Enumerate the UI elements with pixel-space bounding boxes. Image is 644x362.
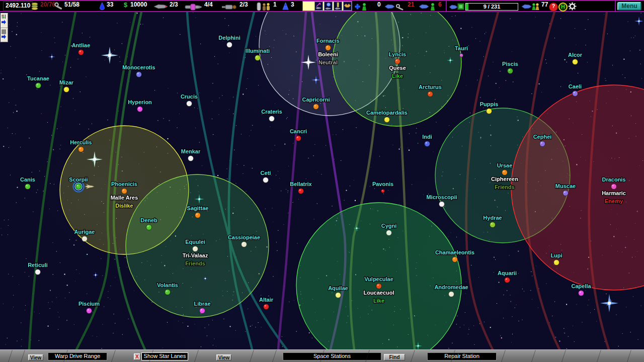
bright-star [634, 17, 643, 26]
transport-icon [184, 3, 202, 11]
system-label: Pavonis [372, 181, 393, 187]
hint-button[interactable]: H [558, 3, 568, 12]
system-label: Caeli [569, 83, 582, 89]
star-shine [440, 202, 442, 204]
star [452, 257, 458, 262]
system-crateris[interactable]: Crateris [261, 109, 282, 122]
system-label: Cygni [381, 223, 397, 229]
star [195, 213, 201, 218]
system-label: Tucanae [27, 75, 49, 81]
menu-button[interactable]: Menu [617, 2, 641, 11]
system-label: Delphini [218, 35, 240, 41]
star [193, 246, 198, 252]
system-label: Altair [259, 297, 274, 303]
system-cancri[interactable]: Cancri [290, 128, 307, 141]
star [87, 308, 92, 314]
system-piscis[interactable]: Piscis [502, 61, 518, 74]
system-label: Cephei [533, 134, 552, 140]
system-bellatrix[interactable]: Bellatrix [290, 181, 312, 194]
attitude-label: Friends [495, 184, 515, 190]
system-label: Equulei [185, 239, 205, 245]
star [64, 87, 69, 93]
star-shine [137, 72, 139, 74]
star [298, 189, 304, 194]
stations-view-button[interactable]: View [216, 354, 231, 360]
star-shine [555, 260, 556, 262]
scouts-value: 2/3 [239, 1, 248, 11]
system-label: Deneb [140, 217, 157, 223]
system-canis[interactable]: Canis [20, 176, 35, 190]
system-tucanae[interactable]: Tucanae [27, 75, 49, 88]
system-hyperion[interactable]: Hyperion [128, 99, 152, 112]
scout-icon [221, 3, 237, 11]
star-shine [138, 107, 140, 109]
star-shine [382, 190, 383, 191]
system-label: Capella [571, 283, 591, 289]
star [540, 141, 545, 147]
system-alcor[interactable]: Alcor [568, 52, 583, 65]
star [425, 141, 430, 147]
star-shine [77, 185, 78, 186]
star [395, 59, 400, 64]
star-shine [256, 56, 258, 57]
research-value: 3 [291, 1, 294, 11]
system-antliae[interactable]: Antliae [72, 42, 91, 55]
research-icon [282, 2, 289, 11]
money-icon: $ [124, 1, 127, 11]
system-menkar[interactable]: Menkar [181, 148, 201, 161]
build-order-button[interactable] [334, 2, 342, 11]
help-button[interactable]: ? [549, 3, 558, 12]
repair-station-label: Repair Station [427, 352, 497, 360]
star [573, 91, 578, 97]
system-indi[interactable]: Indi [422, 134, 432, 147]
system-equulei[interactable]: EquuleiTri-ValaazFriends [183, 239, 208, 266]
show-star-lanes-checkbox[interactable]: X [134, 353, 140, 360]
star-shine [564, 191, 566, 193]
colonists-value: 1 [273, 1, 277, 11]
warp-view-button[interactable]: View [28, 354, 43, 360]
system-label: Camelopardalis [366, 110, 408, 116]
system-draconis[interactable]: DraconisHarmaricEnemy [602, 176, 626, 204]
system-ceti[interactable]: Ceti [261, 170, 271, 183]
galaxy-map[interactable]: AntliaeTucanaeMizarMonocerotisHyperionDe… [0, 0, 644, 362]
crew-value: 77 [541, 1, 548, 11]
star-shine [201, 309, 202, 310]
map-grid-button[interactable] [1, 28, 8, 42]
bright-star [48, 53, 55, 60]
colonize-order-button[interactable] [324, 2, 333, 11]
system-altair[interactable]: Altair [259, 297, 274, 310]
star [376, 284, 382, 289]
recruit-icon [355, 2, 368, 12]
system-label: Cassiopeiae [228, 234, 260, 240]
system-crucis[interactable]: Crucis [181, 94, 198, 107]
star-shine [297, 136, 298, 138]
star-shine [88, 309, 89, 310]
system-capella[interactable]: Capella [571, 283, 591, 296]
system-fornacis[interactable]: FornacisBoleeniNeutral [316, 38, 340, 65]
star-shine [491, 223, 493, 224]
cargo-value: 9 / 231 [466, 4, 518, 10]
find-button[interactable]: Find [384, 354, 405, 360]
system-delphini[interactable]: Delphini [218, 35, 240, 48]
move-order-button[interactable] [314, 2, 323, 11]
diplomacy-button[interactable] [343, 2, 352, 11]
system-reticuli[interactable]: Reticuli [28, 262, 48, 275]
stone-seam [250, 350, 254, 362]
stone-seam [597, 350, 601, 362]
game-screen: AntliaeTucanaeMizarMonocerotisHyperionDe… [0, 0, 644, 362]
star-shine [450, 292, 451, 294]
system-aquarii[interactable]: Aquarii [498, 270, 517, 283]
system-monocerotis[interactable]: Monocerotis [122, 64, 155, 77]
star [188, 156, 194, 161]
minerals-value: 20/76 [40, 1, 55, 11]
system-label: Piscium [78, 301, 100, 307]
system-label: Lyncis [389, 51, 406, 57]
star-shine [123, 189, 124, 191]
star-shine [426, 142, 427, 143]
settings-gear-icon[interactable] [568, 2, 577, 11]
star-shine [506, 278, 507, 280]
game-date: 2492.110 [3, 2, 33, 11]
system-pavonis[interactable]: Pavonis [372, 181, 393, 193]
star [449, 292, 454, 297]
map-filter-button[interactable] [1, 13, 8, 28]
